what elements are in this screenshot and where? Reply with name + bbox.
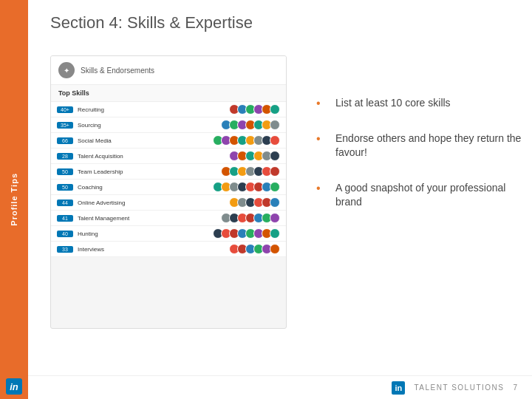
skill-badge: 44 (57, 200, 73, 206)
tip-item: •Endorse others and hope they return the… (316, 132, 532, 160)
mockup-header: ✦ Skills & Endorsements (51, 56, 286, 85)
skill-avatar-group (213, 135, 280, 146)
tip-item: •List at least 10 core skills (316, 96, 532, 111)
linkedin-sidebar-logo: in (6, 378, 22, 395)
skill-row: 33Interviews (51, 242, 286, 257)
skill-badge: 35+ (57, 122, 73, 129)
skill-badge: 50 (57, 184, 73, 191)
avatar (270, 151, 280, 161)
skill-avatar-group (213, 182, 280, 192)
skill-badge: 41 (57, 215, 73, 222)
skill-row: 50Coaching (51, 180, 286, 195)
avatar (270, 213, 280, 223)
skill-name: Recruiting (78, 106, 229, 113)
footer: in TALENT SOLUTIONS 7 (28, 375, 532, 399)
avatar (270, 120, 280, 130)
skill-name: Coaching (78, 184, 213, 191)
page-title: Section 4: Skills & Expertise (50, 13, 253, 33)
skill-avatar-group (229, 197, 280, 208)
skill-row: 28Talent Acquisition (51, 149, 286, 164)
skills-list: 40+Recruiting35+Sourcing66Social Media28… (51, 102, 286, 257)
skill-badge: 50 (57, 168, 73, 175)
skill-badge: 66 (57, 137, 73, 144)
tip-bullet: • (316, 132, 328, 146)
avatar (270, 182, 280, 192)
linkedin-letter: in (395, 383, 403, 392)
mockup-section-title: Top Skills (51, 85, 286, 102)
avatar (270, 135, 280, 146)
avatar (270, 244, 280, 254)
footer-brand: TALENT SOLUTIONS (414, 383, 504, 392)
skill-row: 41Talent Management (51, 211, 286, 226)
linkedin-mockup: ✦ Skills & Endorsements Top Skills 40+Re… (50, 55, 287, 329)
skill-badge: 33 (57, 246, 73, 253)
avatar (270, 228, 280, 239)
linkedin-footer-logo: in (392, 381, 405, 395)
tip-text: List at least 10 core skills (335, 96, 451, 111)
skill-name: Sourcing (78, 122, 221, 129)
skill-avatar-group (229, 244, 280, 254)
skill-row: 50Team Leadership (51, 164, 286, 180)
skill-avatar-group (221, 120, 280, 130)
mockup-header-text: Skills & Endorsements (81, 66, 154, 75)
skill-avatar-group (229, 151, 280, 161)
skill-badge: 40 (57, 231, 73, 237)
tip-bullet: • (316, 181, 328, 195)
mockup-header-icon: ✦ (58, 62, 75, 78)
tip-bullet: • (316, 96, 328, 110)
skill-row: 40Hunting (51, 226, 286, 242)
skill-name: Talent Management (78, 215, 221, 222)
skill-name: Team Leadership (78, 168, 221, 175)
skill-badge: 28 (57, 153, 73, 160)
skill-name: Talent Acquisition (78, 153, 229, 160)
skill-avatar-group (221, 213, 280, 223)
avatar (270, 166, 280, 177)
skill-row: 44Online Advertising (51, 195, 286, 211)
sidebar-label: Profile Tips (10, 173, 18, 226)
skill-name: Social Media (78, 137, 213, 144)
skill-row: 40+Recruiting (51, 102, 286, 117)
skill-avatar-group (221, 166, 280, 177)
avatar (270, 197, 280, 208)
footer-page: 7 (513, 383, 517, 392)
sidebar: Profile Tips (0, 0, 28, 399)
skill-row: 66Social Media (51, 133, 286, 149)
avatar (270, 104, 280, 115)
skill-avatar-group (229, 104, 280, 115)
tips-panel: •List at least 10 core skills•Endorse ot… (316, 96, 532, 231)
skill-name: Interviews (78, 246, 229, 253)
main-content: Section 4: Skills & Expertise ✦ Skills &… (28, 0, 532, 399)
skill-avatar-group (213, 228, 280, 239)
tip-item: •A good snapshot of your professional br… (316, 181, 532, 210)
skill-name: Hunting (78, 231, 213, 237)
skill-badge: 40+ (57, 106, 73, 113)
tip-text: Endorse others and hope they return the … (335, 132, 532, 160)
skill-name: Online Advertising (78, 200, 229, 206)
skill-row: 35+Sourcing (51, 117, 286, 133)
tip-text: A good snapshot of your professional bra… (335, 181, 532, 210)
